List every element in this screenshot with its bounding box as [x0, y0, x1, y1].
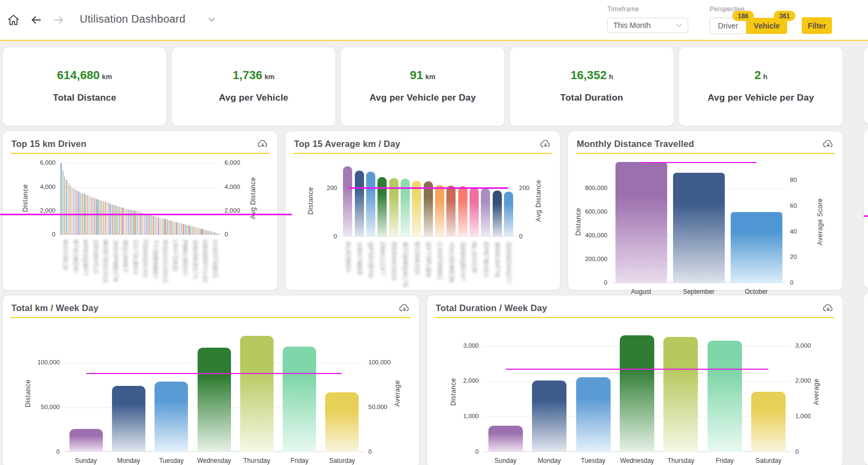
bar — [66, 180, 67, 235]
back-arrow-icon[interactable] — [29, 13, 43, 27]
cloud-download-icon[interactable] — [398, 302, 410, 313]
chart-monthly-distance: 0200,000400,000600,000800,000020406080Au… — [568, 131, 843, 290]
bar — [69, 185, 71, 235]
right-axis-tick-label: 80 — [790, 177, 797, 183]
bar — [186, 225, 187, 235]
bar — [401, 179, 410, 237]
chevron-down-icon[interactable] — [208, 17, 215, 22]
bar — [207, 231, 208, 235]
bar — [93, 198, 94, 235]
bar — [162, 219, 163, 235]
right-axis-tick-label: 0 — [790, 279, 793, 286]
bar — [126, 209, 127, 235]
vehicle-count-badge: 361 — [774, 11, 795, 21]
x-axis-label-redacted: JH54PNB276 — [111, 240, 119, 286]
x-axis-label-redacted: CJ49TRN612 — [436, 242, 443, 281]
bar — [62, 171, 64, 235]
bar — [112, 386, 145, 452]
timeframe-select[interactable]: This Month — [607, 18, 688, 33]
bar — [216, 233, 218, 235]
cloud-download-icon[interactable] — [822, 138, 834, 149]
bar — [83, 194, 85, 235]
left-axis-title: Distance — [307, 187, 314, 215]
kpi-label: Total Duration — [561, 93, 624, 103]
bar — [170, 221, 171, 235]
charts-row-top: Top 15 km Driven 02,0004,0006,00002,0004… — [3, 131, 843, 290]
y-axis-tick-label: 0 — [57, 448, 60, 455]
chart-top15-km-driven: 02,0004,0006,00002,0004,0006,000NX42KLD9… — [3, 131, 277, 290]
y-axis-tick-label: 0 — [475, 448, 479, 455]
right-axis-tick-label: 4,000 — [225, 184, 240, 190]
chart-title: Total km / Week Day — [11, 303, 99, 313]
right-axis-title: Avg Distance — [535, 179, 542, 221]
y-axis-tick-label: 0 — [52, 231, 55, 237]
y-axis-tick-label: 4,000 — [40, 184, 55, 190]
kpi-card-avg-per-vehicle: 1,736km Avg per Vehicle — [172, 47, 335, 126]
grid-line — [612, 236, 785, 236]
chart-card-total-duration-weekday: Total Duration / Week Day 01,0002,0003,0… — [427, 295, 843, 465]
bar — [325, 392, 359, 452]
x-axis-label: Saturday — [321, 457, 363, 464]
chart-card-top15-avg-km-day: Top 15 Average km / Day 02000200KL82NDH4… — [285, 131, 560, 290]
bar — [673, 173, 725, 283]
bar — [158, 217, 159, 235]
x-axis-label-redacted: RD94HJS23 — [390, 242, 397, 285]
home-icon[interactable] — [6, 13, 20, 27]
bar — [155, 216, 156, 235]
bar — [105, 202, 106, 235]
x-axis-label-redacted: HB56RFV134 — [201, 240, 208, 281]
cloud-download-icon[interactable] — [822, 302, 834, 313]
plot-area: 0200,000400,000600,000800,000020406080Au… — [612, 160, 785, 283]
timeframe-label: Timeframe — [607, 5, 639, 13]
x-axis-label-redacted: EP67MVD14 — [482, 242, 489, 277]
bar — [119, 207, 120, 235]
bar — [343, 166, 352, 237]
x-axis-label-redacted: ZN61LCF7 — [379, 242, 386, 281]
forward-arrow-icon[interactable] — [52, 13, 66, 27]
y-axis-tick-label: 0 — [334, 233, 337, 239]
cloud-download-icon[interactable] — [540, 138, 551, 149]
bar — [211, 231, 212, 235]
chart-title: Top 15 Average km / Day — [294, 139, 400, 149]
chevron-down-icon — [676, 23, 682, 27]
bar — [412, 181, 421, 237]
bar — [731, 212, 782, 283]
bar — [80, 193, 81, 235]
kpi-value: 614,680 — [57, 68, 100, 82]
grid-line — [60, 187, 220, 188]
bar — [183, 224, 184, 235]
kpi-card-total-distance: 614,680km Total Distance — [3, 47, 166, 126]
bar — [130, 210, 131, 235]
bar — [188, 226, 189, 235]
cut-off-card-row3 — [864, 293, 868, 465]
cloud-download-icon[interactable] — [257, 138, 269, 149]
y-axis-tick-label: 1,000 — [463, 413, 479, 419]
bar — [240, 336, 274, 452]
kpi-unit: h — [609, 73, 613, 81]
bar — [90, 197, 92, 235]
bar — [121, 207, 122, 235]
filter-button[interactable]: Filter — [802, 17, 832, 34]
x-axis-label-redacted: KP63QWF7 — [81, 240, 89, 276]
bar — [108, 203, 109, 235]
bar — [179, 223, 180, 235]
x-axis-label-redacted: RS62VCX915 — [161, 240, 169, 285]
kpi-unit: h — [763, 73, 767, 81]
bar — [69, 429, 103, 452]
kpi-label: Total Distance — [53, 93, 116, 103]
kpi-card-total-duration: 16,352h Total Duration — [510, 47, 674, 126]
bar — [532, 381, 566, 452]
bar — [140, 213, 141, 235]
bar — [133, 210, 134, 235]
kpi-card-avg-per-vehicle-per-day-h: 2h Avg per Vehicle per Day — [679, 47, 843, 126]
bar — [663, 337, 698, 452]
grid-line — [484, 417, 790, 417]
bar — [615, 162, 667, 283]
bar — [89, 196, 90, 235]
y-axis-tick-label: 50,000 — [41, 404, 60, 410]
left-axis-title: Distance — [450, 378, 457, 406]
bar — [355, 171, 364, 237]
title-underline — [576, 153, 835, 154]
right-axis-tick-label: 2,000 — [225, 207, 240, 214]
x-axis-label-redacted: BV26KXZ84 — [413, 242, 421, 274]
